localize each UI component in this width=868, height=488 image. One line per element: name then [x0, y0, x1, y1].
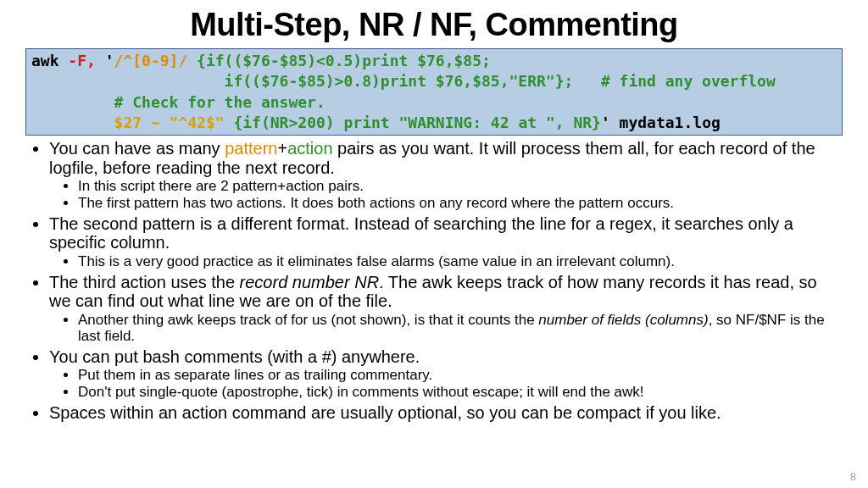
text: The third action uses the	[49, 273, 240, 291]
page-number: 8	[850, 470, 856, 483]
bullet-2: The second pattern is a different format…	[49, 214, 843, 269]
code-action-2: {if(NR>200) print "WARNING: 42 at ", NR}	[225, 114, 601, 131]
code-pattern-1: /^[0-9]/	[114, 52, 188, 69]
code-quote-close: '	[601, 114, 610, 131]
text: Another thing awk keeps track of for us …	[78, 312, 538, 328]
code-filename: mydata1.log	[610, 114, 721, 131]
code-action-1a: {if(($76-$85)<0.5)print $76,$85;	[187, 52, 491, 69]
text: The second pattern is a different format…	[49, 214, 793, 252]
pattern-word: pattern	[225, 139, 277, 158]
bullet-3: The third action uses the record number …	[49, 273, 843, 344]
sub-bullet: Put them in as separate lines or as trai…	[78, 367, 843, 383]
bullet-1: You can have as many pattern+action pair…	[49, 139, 843, 211]
text: You can have as many	[49, 139, 225, 158]
text: You can put bash comments (with a #) any…	[49, 347, 420, 366]
code-awk: awk	[31, 52, 68, 69]
code-comment: # Check for the answer.	[114, 93, 326, 111]
sub-bullet: Don't put single-quote (apostrophe, tick…	[78, 384, 843, 400]
code-block: awk -F, '/^[0-9]/ {if(($76-$85)<0.5)prin…	[25, 48, 843, 136]
bullet-4: You can put bash comments (with a #) any…	[49, 347, 843, 400]
code-pad	[31, 114, 114, 131]
sub-list: Another thing awk keeps track of for us …	[49, 312, 843, 344]
code-action-1b: if(($76-$85)>0.8)print $76,$85,"ERR"}; #…	[225, 72, 776, 90]
sub-bullet: In this script there are 2 pattern+actio…	[78, 178, 843, 194]
code-pattern-2: $27 ~ "^42$"	[114, 114, 225, 131]
bullet-list: You can have as many pattern+action pair…	[25, 139, 843, 422]
em-text: record number NR	[240, 273, 380, 291]
sub-bullet: Another thing awk keeps track of for us …	[78, 312, 843, 344]
sub-bullet: This is a very good practice as it elimi…	[78, 253, 843, 269]
action-word: action	[287, 139, 332, 158]
text: +	[277, 139, 287, 158]
slide-title: Multi-Step, NR / NF, Commenting	[25, 7, 843, 43]
sub-list: This is a very good practice as it elimi…	[49, 253, 843, 269]
code-pad	[31, 93, 114, 111]
bullet-5: Spaces within an action command are usua…	[49, 403, 843, 422]
code-pad	[31, 72, 225, 90]
slide: Multi-Step, NR / NF, Commenting awk -F, …	[0, 0, 868, 488]
sub-list: In this script there are 2 pattern+actio…	[49, 178, 843, 211]
code-flag: -F,	[68, 52, 96, 69]
em-text: number of fields (columns)	[538, 312, 708, 328]
sub-list: Put them in as separate lines or as trai…	[49, 367, 843, 400]
code-quote-open: '	[96, 52, 114, 69]
sub-bullet: The first pattern has two actions. It do…	[78, 195, 843, 211]
